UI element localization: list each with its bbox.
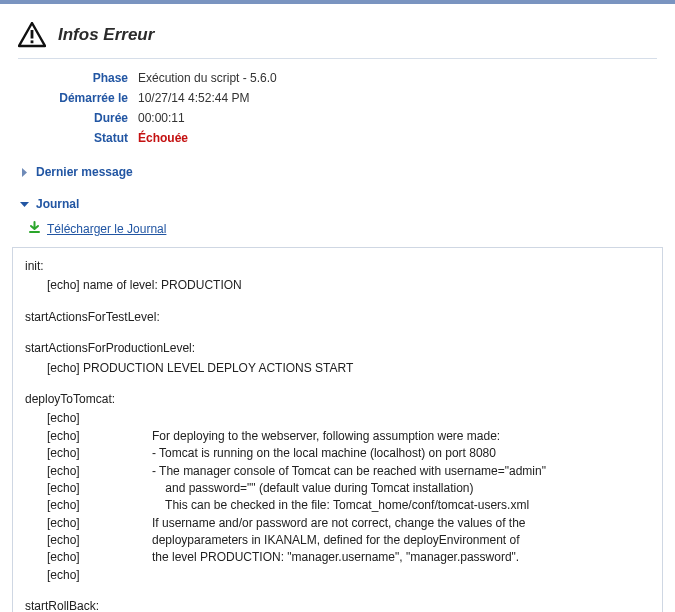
svg-rect-1 [31,40,34,43]
log-echo-label: [echo] [47,549,152,566]
log-echo-text: If username and/or password are not corr… [152,516,526,530]
log-echo-label: [echo] [47,480,152,497]
log-line: [echo]deployparameters in IKANALM, defin… [25,532,650,549]
log-echo-text: For deploying to the webserver, followin… [152,429,500,443]
last-message-title: Dernier message [36,165,133,179]
duration-value: 00:00:11 [138,111,657,125]
error-info-panel: Infos Erreur Phase Exécution du script -… [0,0,675,612]
log-output: init:[echo] name of level: PRODUCTIONsta… [12,247,663,612]
log-echo-label: [echo] [47,497,152,514]
log-block: deployToTomcat:[echo][echo]For deploying… [25,391,650,584]
section-last-message: Dernier message [18,161,657,183]
status-label: Statut [18,131,128,145]
log-line: [echo]- Tomcat is running on the local m… [25,445,650,462]
divider [18,58,657,59]
log-line: [echo]If username and/or password are no… [25,515,650,532]
chevron-right-icon [18,168,30,177]
log-echo-label: [echo] [47,567,152,584]
log-line: [echo] [25,567,650,584]
journal-toggle[interactable]: Journal [18,193,657,215]
log-target: startRollBack: [25,598,650,612]
log-target: startActionsForTestLevel: [25,309,650,326]
log-echo-label: [echo] [47,445,152,462]
download-row: Télécharger le Journal [28,221,657,237]
log-block: startActionsForTestLevel: [25,309,650,326]
log-echo-label: [echo] [47,532,152,549]
log-echo-label: [echo] [47,515,152,532]
chevron-down-icon [18,200,30,209]
log-target: init: [25,258,650,275]
log-target: startActionsForProductionLevel: [25,340,650,357]
duration-label: Durée [18,111,128,125]
download-icon [28,221,41,237]
log-line: [echo]the level PRODUCTION: "manager.use… [25,549,650,566]
panel-header: Infos Erreur [18,22,657,48]
log-block: init:[echo] name of level: PRODUCTION [25,258,650,295]
last-message-toggle[interactable]: Dernier message [18,161,657,183]
log-line: [echo] This can be checked in the file: … [25,497,650,514]
log-echo-text: - The manager console of Tomcat can be r… [152,464,546,478]
log-line: [echo] [25,410,650,427]
panel-title: Infos Erreur [58,25,154,45]
journal-title: Journal [36,197,79,211]
svg-rect-0 [31,30,34,39]
phase-label: Phase [18,71,128,85]
download-journal-link[interactable]: Télécharger le Journal [47,222,166,236]
log-echo-text: - Tomcat is running on the local machine… [152,446,496,460]
log-line: [echo]- The manager console of Tomcat ca… [25,463,650,480]
status-value: Échouée [138,131,657,145]
log-target: deployToTomcat: [25,391,650,408]
log-echo-text: the level PRODUCTION: "manager.username"… [152,550,519,564]
info-grid: Phase Exécution du script - 5.6.0 Démarr… [18,71,657,145]
log-echo-text: deployparameters in IKANALM, defined for… [152,533,520,547]
log-echo-text: and password="" (default value during To… [152,481,473,495]
log-line: [echo] PRODUCTION LEVEL DEPLOY ACTIONS S… [25,360,650,377]
log-line: [echo] and password="" (default value du… [25,480,650,497]
section-journal: Journal Télécharger le Journal init:[ech… [18,193,657,612]
log-line: [echo]For deploying to the webserver, fo… [25,428,650,445]
phase-value: Exécution du script - 5.6.0 [138,71,657,85]
log-echo-label: [echo] [47,428,152,445]
log-block: startActionsForProductionLevel:[echo] PR… [25,340,650,377]
started-value: 10/27/14 4:52:44 PM [138,91,657,105]
log-block: startRollBack: [25,598,650,612]
started-label: Démarrée le [18,91,128,105]
log-echo-text: This can be checked in the file: Tomcat_… [152,498,529,512]
log-echo-label: [echo] [47,463,152,480]
warning-icon [18,22,46,48]
log-line: [echo] name of level: PRODUCTION [25,277,650,294]
log-echo-label: [echo] [47,410,152,427]
